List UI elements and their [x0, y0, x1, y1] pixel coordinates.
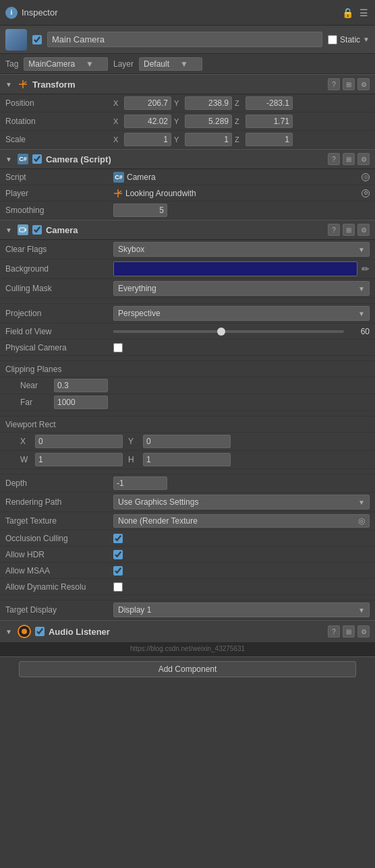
camera-script-checkbox[interactable]: [32, 154, 42, 164]
tag-dropdown[interactable]: MainCamera ▼: [24, 57, 108, 71]
camera-script-section-header[interactable]: ▼ C# Camera (Script) ? ⊞ ⚙: [0, 149, 375, 169]
target-texture-dropdown[interactable]: None (Render Texture ◎: [113, 514, 370, 528]
watermark: https://blog.csdn.net/weixin_43275631: [0, 643, 375, 656]
near-input[interactable]: [54, 379, 108, 392]
fov-row: Field of View 60: [0, 323, 375, 340]
background-color-swatch[interactable]: [113, 261, 357, 276]
add-component-button[interactable]: Add Component: [19, 661, 356, 677]
allow-dynamic-checkbox[interactable]: [113, 582, 123, 592]
fov-slider-track[interactable]: [113, 330, 344, 333]
static-checkbox[interactable]: [328, 35, 337, 44]
scale-value: X Y Z: [113, 133, 370, 146]
allow-msaa-checkbox[interactable]: [113, 566, 123, 576]
player-row: Player Looking Aroundwith ⚙: [0, 185, 375, 202]
script-name: Camera: [127, 173, 356, 182]
culling-mask-value: Everything ▼: [113, 281, 370, 296]
culling-mask-arrow: ▼: [358, 285, 365, 292]
static-label: Static: [340, 35, 360, 44]
projection-arrow: ▼: [358, 310, 365, 317]
vp-x-input[interactable]: [35, 435, 123, 448]
clear-flags-arrow: ▼: [358, 246, 365, 253]
camera-title: Camera: [46, 225, 324, 235]
vp-xy-group: X Y: [20, 434, 370, 449]
allow-dynamic-row: Allow Dynamic Resolu: [0, 579, 375, 595]
projection-text: Perspective: [118, 309, 161, 318]
camera-help-btn[interactable]: ?: [328, 224, 340, 236]
vp-h-input[interactable]: [143, 453, 231, 466]
scale-z-input[interactable]: [246, 133, 293, 146]
rot-y-input[interactable]: [185, 115, 232, 128]
background-edit-icon[interactable]: ✏: [362, 264, 370, 274]
player-target-icon[interactable]: ⚙: [362, 189, 370, 197]
camera-svg-icon: [19, 226, 27, 234]
far-input[interactable]: [54, 396, 108, 409]
scale-y-input[interactable]: [185, 133, 232, 146]
target-texture-target-icon[interactable]: ◎: [358, 516, 365, 526]
audio-listener-checkbox[interactable]: [35, 627, 45, 636]
pos-z-input[interactable]: [246, 96, 293, 110]
transform-settings-btn[interactable]: ⚙: [357, 78, 370, 90]
fov-slider-thumb[interactable]: [217, 328, 225, 336]
target-display-dropdown[interactable]: Display 1 ▼: [113, 602, 370, 617]
occlusion-culling-checkbox[interactable]: [113, 534, 123, 543]
rot-x-input[interactable]: [124, 115, 171, 128]
audio-help-btn[interactable]: ?: [328, 625, 340, 638]
pos-y-input[interactable]: [185, 96, 232, 110]
camera-script-layout-btn[interactable]: ⊞: [343, 153, 355, 165]
svg-rect-6: [20, 228, 25, 232]
physical-camera-checkbox[interactable]: [113, 343, 123, 352]
vp-w-input[interactable]: [35, 453, 123, 466]
rot-z-input[interactable]: [246, 115, 293, 128]
object-name-input[interactable]: [47, 32, 322, 47]
camera-section-header[interactable]: ▼ Camera ? ⊞ ⚙: [0, 220, 375, 240]
position-value: X Y Z: [113, 96, 370, 110]
rot-y-label: Y: [174, 117, 182, 125]
layer-dropdown[interactable]: Default ▼: [139, 57, 202, 71]
camera-script-help-btn[interactable]: ?: [328, 153, 340, 165]
pos-x-label: X: [113, 99, 121, 107]
audio-settings-btn[interactable]: ⚙: [357, 625, 370, 638]
scale-label: Scale: [5, 135, 113, 144]
object-active-checkbox[interactable]: [32, 35, 42, 44]
vp-h-label: H: [128, 455, 138, 464]
depth-row: Depth: [0, 474, 375, 493]
scale-x-input[interactable]: [124, 133, 171, 146]
static-dropdown-arrow[interactable]: ▼: [363, 36, 370, 43]
clear-flags-text: Skybox: [118, 245, 144, 254]
player-label: Player: [5, 189, 113, 198]
vp-y-input[interactable]: [143, 435, 231, 448]
audio-listener-section-header[interactable]: ▼ Audio Listener ? ⊞ ⚙: [0, 620, 375, 643]
background-label: Background: [5, 264, 113, 274]
camera-script-settings-btn[interactable]: ⚙: [357, 153, 370, 165]
pos-y-label: Y: [174, 99, 182, 107]
menu-icon[interactable]: ☰: [357, 7, 370, 19]
camera-settings-btn[interactable]: ⚙: [357, 224, 370, 236]
target-display-value: Display 1 ▼: [113, 602, 370, 617]
audio-listener-arrow-icon: ▼: [5, 628, 12, 636]
allow-hdr-value: [113, 550, 370, 559]
scale-xyz: X Y Z: [113, 133, 370, 146]
rendering-path-dropdown[interactable]: Use Graphics Settings ▼: [113, 495, 370, 509]
occlusion-culling-row: Occlusion Culling: [0, 530, 375, 547]
fov-value-text: 60: [349, 327, 370, 336]
smoothing-input[interactable]: [113, 204, 167, 217]
rendering-path-row: Rendering Path Use Graphics Settings ▼: [0, 493, 375, 512]
camera-layout-btn[interactable]: ⊞: [343, 224, 355, 236]
rotation-row: Rotation X Y Z: [0, 113, 375, 131]
lock-icon[interactable]: 🔒: [341, 7, 353, 19]
projection-dropdown[interactable]: Perspective ▼: [113, 306, 370, 321]
occlusion-culling-label: Occlusion Culling: [5, 534, 113, 543]
depth-input[interactable]: [113, 476, 167, 490]
viewport-rect-row: Viewport Rect: [0, 416, 375, 433]
script-target-icon[interactable]: ◎: [362, 173, 370, 181]
clear-flags-dropdown[interactable]: Skybox ▼: [113, 242, 370, 257]
audio-layout-btn[interactable]: ⊞: [343, 625, 355, 638]
transform-layout-btn[interactable]: ⊞: [343, 78, 355, 90]
transform-section-header[interactable]: ▼ Transform ? ⊞ ⚙: [0, 74, 375, 94]
pos-x-input[interactable]: [124, 96, 171, 110]
rotation-xyz: X Y Z: [113, 115, 370, 128]
allow-hdr-checkbox[interactable]: [113, 550, 123, 559]
camera-checkbox[interactable]: [32, 225, 42, 235]
transform-help-btn[interactable]: ?: [328, 78, 340, 90]
culling-mask-dropdown[interactable]: Everything ▼: [113, 281, 370, 296]
